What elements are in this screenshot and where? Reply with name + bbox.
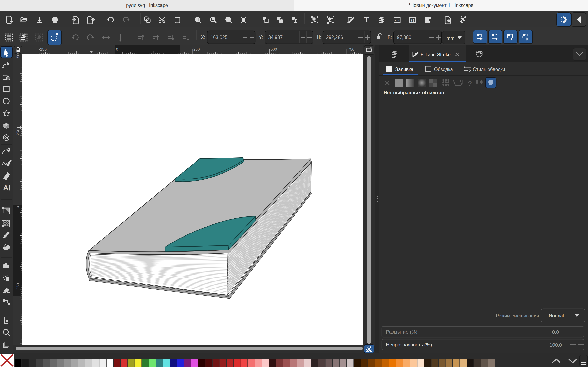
svg-text:-250: -250 xyxy=(16,129,20,137)
svg-text:250: 250 xyxy=(193,47,200,51)
svg-text:163,025: 163,025 xyxy=(210,35,227,40)
svg-text:97,380: 97,380 xyxy=(397,35,411,40)
svg-text:mm: mm xyxy=(446,35,454,41)
svg-text:Режим смешивания:: Режим смешивания: xyxy=(496,313,540,318)
svg-text:Обводка: Обводка xyxy=(434,67,453,72)
svg-text:34,987: 34,987 xyxy=(268,35,283,40)
svg-text:0: 0 xyxy=(16,206,20,208)
svg-text:Непрозрачность (%): Непрозрачность (%) xyxy=(386,342,432,347)
svg-text:T: T xyxy=(364,16,369,24)
svg-text:Нет выбранных объектов: Нет выбранных объектов xyxy=(384,90,444,95)
svg-text:0,0: 0,0 xyxy=(552,329,559,335)
svg-text:B:: B: xyxy=(388,35,392,40)
svg-text:{}: {} xyxy=(411,18,414,23)
svg-text:Y:: Y: xyxy=(259,35,263,40)
svg-text:292,286: 292,286 xyxy=(326,35,343,40)
svg-text:Стиль обводки: Стиль обводки xyxy=(473,67,505,72)
svg-text:100,0: 100,0 xyxy=(550,342,562,348)
svg-text:500: 500 xyxy=(270,47,277,51)
svg-text:<>: <> xyxy=(395,18,399,22)
svg-text:Normal: Normal xyxy=(549,313,564,318)
svg-text:?: ? xyxy=(468,80,472,87)
svg-text:Размытие (%): Размытие (%) xyxy=(386,329,417,334)
svg-text:-500: -500 xyxy=(16,52,20,59)
svg-text:-250: -250 xyxy=(39,47,47,51)
svg-text:Ш:: Ш: xyxy=(316,35,321,40)
svg-text:Fill and Stroke: Fill and Stroke xyxy=(421,52,450,57)
svg-text:Заливка: Заливка xyxy=(395,67,414,72)
svg-text:A: A xyxy=(3,184,8,192)
svg-text:рули.svg - Inkscape: рули.svg - Inkscape xyxy=(126,3,168,8)
svg-text:0: 0 xyxy=(116,47,118,51)
svg-text:X:: X: xyxy=(201,35,205,40)
svg-text:250: 250 xyxy=(16,283,20,290)
svg-text:750: 750 xyxy=(348,47,355,51)
svg-text:*Новый документ 1 - Inkscape: *Новый документ 1 - Inkscape xyxy=(408,3,474,8)
